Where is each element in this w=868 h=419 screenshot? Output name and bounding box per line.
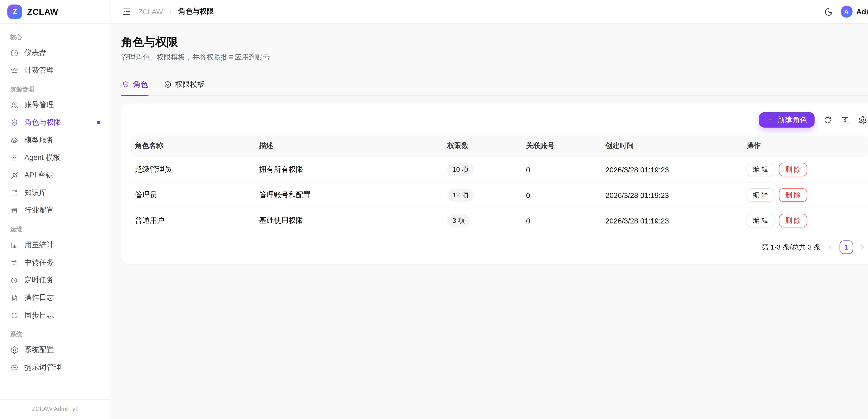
edit-role-button[interactable]: 编 辑 <box>746 188 774 202</box>
permission-count-badge: 12 项 <box>447 188 473 202</box>
table-row: 普通用户基础使用权限3 项02026/3/28 01:19:23编 辑删 除 <box>130 208 868 233</box>
sidebar-item-billing[interactable]: 计费管理 <box>6 62 105 79</box>
linked-accounts-cell: 0 <box>522 182 601 208</box>
tab-roles[interactable]: 角色 <box>121 76 149 95</box>
sidebar-item-api-keys[interactable]: API 密钥 <box>6 167 105 184</box>
table-toolbar: 新建角色 <box>130 111 868 135</box>
pagination: 第 1-3 条/总共 3 条 1 <box>130 233 868 259</box>
sidebar-item-knowledge-base[interactable]: 知识库 <box>6 184 105 201</box>
permission-count-badge: 10 项 <box>447 163 473 176</box>
sidebar-item-label: API 密钥 <box>24 170 53 180</box>
tab-bar: 角色 权限模板 <box>121 76 868 96</box>
chevron-left-icon[interactable] <box>826 243 835 251</box>
sidebar-item-agent-templates[interactable]: Agent 模板 <box>6 149 105 166</box>
sidebar-item-label: 角色与权限 <box>24 117 61 128</box>
actions-cell: 编 辑删 除 <box>742 157 868 182</box>
gauge-icon <box>10 49 19 57</box>
chevron-right-icon[interactable] <box>858 243 867 251</box>
delete-role-button[interactable]: 删 除 <box>779 214 807 227</box>
sidebar-item-label: Agent 模板 <box>24 152 60 163</box>
sidebar-item-prompt-management[interactable]: 提示词管理 <box>6 359 105 376</box>
actions-cell: 编 辑删 除 <box>742 182 868 208</box>
plug-icon <box>10 171 19 179</box>
sidebar-item-label: 行业配置 <box>24 205 54 215</box>
permission-count-cell: 10 项 <box>443 157 522 182</box>
brand-name: ZCLAW <box>27 7 58 17</box>
role-description-cell: 基础使用权限 <box>254 208 443 233</box>
sidebar-item-operation-logs[interactable]: 操作日志 <box>6 289 105 306</box>
brand-block[interactable]: Z ZCLAW <box>0 0 111 24</box>
sidebar-item-label: 用量统计 <box>24 240 54 250</box>
sidebar-item-roles-permissions[interactable]: 角色与权限 <box>6 114 105 131</box>
col-role-name: 角色名称 <box>130 135 254 157</box>
book-icon <box>10 188 19 197</box>
created-time-cell: 2026/3/28 01:19:23 <box>601 208 742 233</box>
sidebar-item-model-services[interactable]: 模型服务 <box>6 131 105 149</box>
tab-permission-templates[interactable]: 权限模板 <box>163 76 205 95</box>
topbar-right: A Admin <box>824 6 868 18</box>
table-row: 管理员管理账号和配置12 项02026/3/28 01:19:23编 辑删 除 <box>130 182 868 208</box>
table-header-row: 角色名称 描述 权限数 关联账号 创建时间 操作 <box>130 135 868 157</box>
sidebar-item-relay-tasks[interactable]: 中转任务 <box>6 254 105 271</box>
sidebar-item-scheduled-tasks[interactable]: 定时任务 <box>6 272 105 289</box>
sidebar-item-industry-config[interactable]: 行业配置 <box>6 202 105 219</box>
app-window: Z ZCLAW 核心仪表盘计费管理资源管理账号管理角色与权限模型服务Agent … <box>0 0 868 419</box>
bar-chart-icon <box>10 241 19 249</box>
sidebar-section-label: 资源管理 <box>6 79 105 96</box>
row-height-icon[interactable] <box>841 115 849 124</box>
shield-check-icon <box>10 118 19 127</box>
sidebar-section-label: 核心 <box>6 27 105 44</box>
chat-icon <box>10 363 19 371</box>
sidebar: Z ZCLAW 核心仪表盘计费管理资源管理账号管理角色与权限模型服务Agent … <box>0 0 111 419</box>
linked-accounts-cell: 0 <box>522 208 601 233</box>
topbar: ZCLAW / 角色与权限 A Admin <box>111 0 868 24</box>
main-area: ZCLAW / 角色与权限 A Admin 角色与权限 管理角色、权限模板，并将… <box>111 0 868 419</box>
collapse-sidebar-icon[interactable] <box>122 7 132 17</box>
cloud-server-icon <box>10 136 19 144</box>
sidebar-item-label: 同步日志 <box>24 310 54 320</box>
col-actions: 操作 <box>742 135 868 157</box>
actions-cell: 编 辑删 除 <box>742 208 868 233</box>
delete-role-button[interactable]: 删 除 <box>779 163 807 176</box>
role-name-cell: 超级管理员 <box>130 157 254 182</box>
tab-permission-templates-label: 权限模板 <box>175 79 205 90</box>
username: Admin <box>856 7 868 16</box>
table-row: 超级管理员拥有所有权限10 项02026/3/28 01:19:23编 辑删 除 <box>130 157 868 182</box>
page-subtitle: 管理角色、权限模板，并将权限批量应用到账号 <box>121 53 868 62</box>
sidebar-item-sync-logs[interactable]: 同步日志 <box>6 307 105 324</box>
sidebar-item-label: 模型服务 <box>24 135 54 145</box>
sidebar-footer-version: ZCLAW Admin v2 <box>0 399 111 419</box>
app-logo: Z <box>7 4 22 19</box>
active-indicator-dot <box>97 121 100 124</box>
sidebar-item-system-config[interactable]: 系统配置 <box>6 341 105 358</box>
bot-icon <box>10 153 19 162</box>
sidebar-item-accounts[interactable]: 账号管理 <box>6 96 105 113</box>
refresh-icon[interactable] <box>823 115 832 124</box>
sidebar-item-label: 知识库 <box>24 188 46 198</box>
table-settings-icon[interactable] <box>858 115 867 124</box>
role-name-cell: 普通用户 <box>130 208 254 233</box>
user-menu[interactable]: A Admin <box>840 6 868 18</box>
transfer-icon <box>10 258 19 267</box>
moon-icon[interactable] <box>824 7 833 16</box>
store-icon <box>10 206 19 215</box>
col-created-time: 创建时间 <box>601 135 742 157</box>
sync-icon <box>10 311 19 320</box>
sidebar-item-label: 仪表盘 <box>24 48 46 58</box>
new-role-button[interactable]: 新建角色 <box>759 112 814 128</box>
sidebar-item-usage-stats[interactable]: 用量统计 <box>6 237 105 253</box>
edit-role-button[interactable]: 编 辑 <box>746 214 774 227</box>
col-linked-accounts: 关联账号 <box>522 135 601 157</box>
linked-accounts-cell: 0 <box>522 157 601 182</box>
breadcrumb-root[interactable]: ZCLAW <box>138 8 163 16</box>
sidebar-item-dashboard[interactable]: 仪表盘 <box>6 44 105 61</box>
file-text-icon <box>10 294 19 302</box>
page-content: 角色与权限 管理角色、权限模板，并将权限批量应用到账号 角色 权限模板 新建角色 <box>111 24 868 419</box>
sidebar-item-label: 中转任务 <box>24 257 54 268</box>
edit-role-button[interactable]: 编 辑 <box>746 163 774 176</box>
sidebar-item-label: 定时任务 <box>24 275 54 285</box>
sidebar-section-label: 系统 <box>6 324 105 341</box>
delete-role-button[interactable]: 删 除 <box>779 188 807 202</box>
page-number-button[interactable]: 1 <box>840 240 853 254</box>
new-role-label: 新建角色 <box>778 115 807 125</box>
